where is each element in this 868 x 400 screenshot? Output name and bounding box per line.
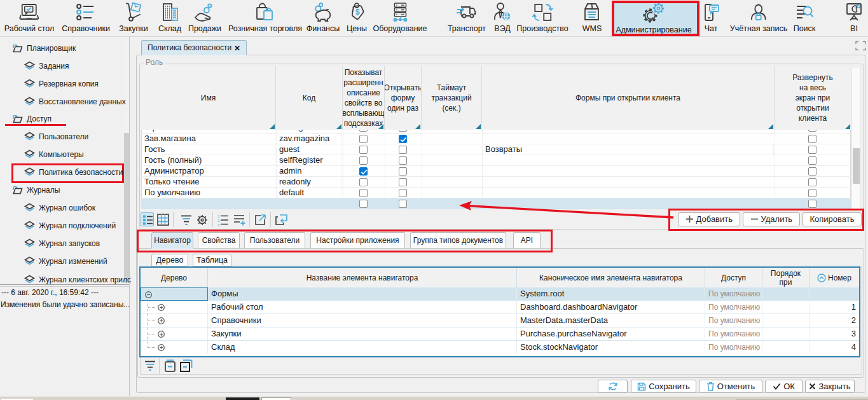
svg-text:$: $ [355,8,360,17]
svg-text:3: 3 [217,223,220,226]
svg-text:1: 1 [217,214,220,218]
svg-text:2: 2 [217,219,220,223]
